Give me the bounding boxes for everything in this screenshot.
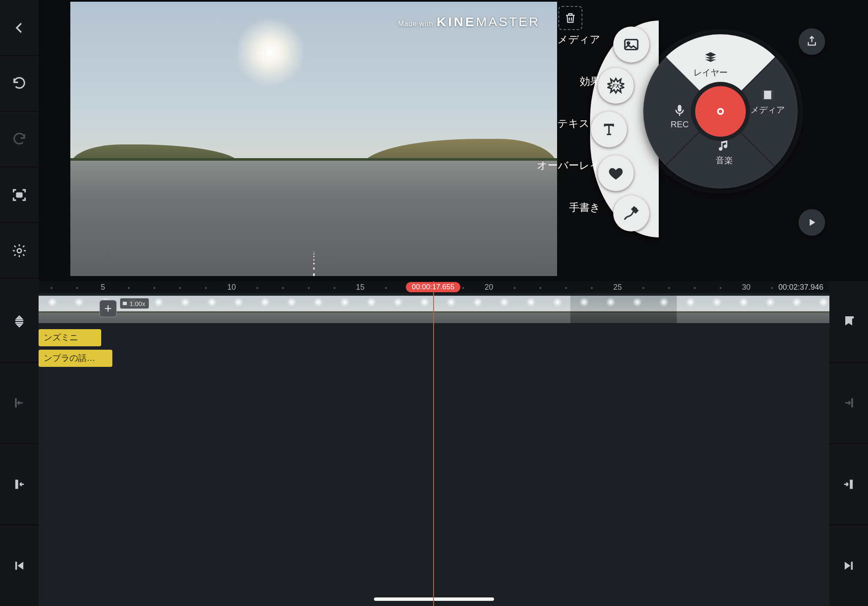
clip-speed-badge: 1.00x	[120, 298, 149, 309]
svg-rect-13	[850, 480, 853, 489]
ruler-tick: 15	[356, 283, 365, 292]
jump-start-button[interactable]	[0, 525, 39, 606]
svg-rect-14	[851, 561, 853, 570]
layer-clip[interactable]: ンズミニ	[39, 329, 101, 346]
jump-next-marker-button[interactable]	[829, 362, 868, 444]
layer-option-handwriting[interactable]	[613, 195, 649, 231]
play-button[interactable]	[799, 209, 825, 236]
clip-thumbnail[interactable]	[544, 296, 570, 323]
layer-option-label: オーバーレイ	[536, 160, 600, 171]
clip-thumbnail[interactable]	[730, 296, 756, 323]
clip-thumbnail[interactable]	[304, 296, 331, 323]
capture-frame-button[interactable]	[0, 167, 39, 223]
svg-point-1	[17, 249, 21, 253]
clip-thumbnail[interactable]	[703, 296, 730, 323]
svg-rect-11	[15, 480, 18, 489]
playhead-time: 00:00:17.655	[406, 282, 460, 292]
clip-thumbnail[interactable]	[225, 296, 251, 323]
timeline-tools-right	[829, 281, 868, 606]
wheel-record-button[interactable]	[695, 86, 746, 137]
clip-thumbnail[interactable]	[172, 296, 198, 323]
add-marker-button[interactable]	[829, 281, 868, 362]
svg-rect-8	[678, 105, 682, 112]
clip-thumbnail[interactable]	[491, 296, 517, 323]
svg-rect-6	[762, 90, 764, 99]
trim-start-button[interactable]	[0, 444, 39, 525]
clip-thumbnail[interactable]	[251, 296, 278, 323]
clip-thumbnail[interactable]	[384, 296, 411, 323]
undo-button[interactable]	[0, 56, 39, 111]
svg-rect-10	[123, 302, 127, 305]
timeline-expand-button[interactable]	[0, 281, 39, 362]
add-clip-button[interactable]: +	[99, 300, 117, 317]
clip-thumbnail[interactable]	[677, 296, 703, 323]
home-indicator	[374, 597, 494, 601]
clip-thumbnail[interactable]	[570, 296, 597, 323]
layer-option-overlay[interactable]	[598, 155, 634, 191]
jump-end-button[interactable]	[829, 525, 868, 606]
ruler-tick: 30	[742, 283, 750, 292]
playhead[interactable]	[433, 281, 434, 606]
clip-thumbnail[interactable]	[783, 296, 810, 323]
video-track[interactable]: + 1.00x	[39, 296, 829, 323]
svg-point-3	[627, 42, 630, 44]
clip-thumbnail[interactable]	[331, 296, 358, 323]
clip-thumbnail[interactable]	[756, 296, 783, 323]
preview-viewport[interactable]: Made withKINEMASTER	[70, 2, 557, 276]
ruler-tick: 10	[227, 283, 236, 292]
layer-option-label: 効果	[536, 76, 600, 87]
layer-option-label: メディア	[536, 34, 600, 45]
clip-thumbnail[interactable]	[65, 296, 92, 323]
trim-end-button[interactable]	[829, 444, 868, 525]
clip-thumbnail[interactable]	[624, 296, 650, 323]
clip-thumbnail[interactable]	[145, 296, 172, 323]
clip-thumbnail[interactable]	[464, 296, 491, 323]
ruler-tick: 20	[485, 283, 493, 292]
action-wheel: メディア 音楽 REC レイヤー	[643, 34, 798, 189]
clip-thumbnail[interactable]	[597, 296, 624, 323]
svg-point-9	[713, 104, 728, 119]
clip-thumbnail[interactable]	[198, 296, 225, 323]
back-button[interactable]	[0, 0, 39, 56]
clip-thumbnail[interactable]	[437, 296, 464, 323]
timeline[interactable]: 00:02:37.946 51015202530 00:00:17.655 + …	[39, 281, 829, 606]
jump-prev-marker-button[interactable]	[0, 362, 39, 444]
clip-thumbnail[interactable]	[358, 296, 384, 323]
layer-option-text[interactable]	[591, 111, 627, 147]
clip-thumbnail[interactable]	[39, 296, 65, 323]
layer-submenu-labels: メディア 効果 テキスト オーバーレイ 手書き	[536, 34, 600, 213]
export-button[interactable]	[799, 28, 825, 55]
clip-thumbnail[interactable]	[278, 296, 304, 323]
clip-thumbnail[interactable]	[517, 296, 544, 323]
layer-option-effect[interactable]: FX	[598, 68, 634, 104]
watermark: Made withKINEMASTER	[398, 15, 540, 29]
svg-rect-7	[771, 90, 773, 99]
clip-thumbnail[interactable]	[650, 296, 677, 323]
ruler-tick: 5	[101, 283, 105, 292]
settings-button[interactable]	[0, 223, 39, 279]
svg-rect-12	[15, 561, 17, 570]
trash-dropzone[interactable]	[558, 6, 582, 30]
redo-button[interactable]	[0, 111, 39, 167]
layer-clip[interactable]: ンプラの話…	[39, 350, 112, 367]
layer-option-label: 手書き	[536, 202, 600, 213]
ruler-tick: 25	[613, 283, 622, 292]
total-duration: 00:02:37.946	[778, 283, 823, 292]
timeline-tools-left	[0, 281, 39, 606]
svg-text:FX: FX	[612, 83, 620, 89]
svg-rect-0	[17, 193, 22, 197]
